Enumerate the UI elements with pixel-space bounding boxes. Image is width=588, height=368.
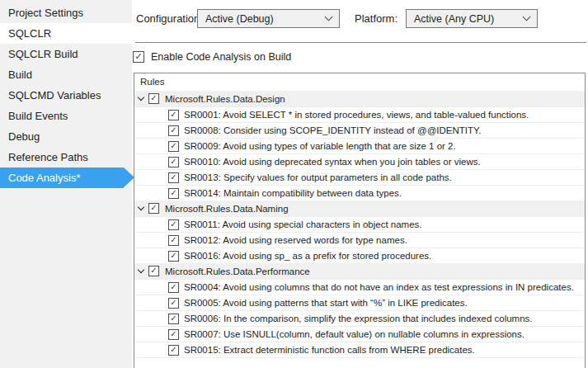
rules-panel: Rules ✓Microsoft.Rules.Data.Design✓SR000… <box>134 73 586 368</box>
rule-row[interactable]: ✓SR0014: Maintain compatibility between … <box>134 185 585 201</box>
main-content: Configuration: Active (Debug) Platform: … <box>132 0 588 368</box>
sidebar-item-label: SQLCMD Variables <box>8 89 101 101</box>
sidebar-item-project-settings[interactable]: Project Settings <box>0 2 132 23</box>
rule-row[interactable]: ✓SR0009: Avoid using types of variable l… <box>134 138 585 153</box>
checkbox-checked-icon[interactable]: ✓ <box>148 93 159 104</box>
checkbox-checked-icon[interactable]: ✓ <box>133 51 144 63</box>
rule-label: SR0012: Avoid using reserved words for t… <box>184 235 407 245</box>
rule-label: SR0013: Specify values for output parame… <box>184 172 452 182</box>
project-properties-page: Project SettingsSQLCLRSQLCLR BuildBuildS… <box>0 0 588 368</box>
checkbox-checked-icon[interactable]: ✓ <box>168 251 179 262</box>
rule-label: SR0010: Avoid using deprecated syntax wh… <box>184 157 481 167</box>
checkmark-glyph: ✓ <box>134 52 142 61</box>
checkmark-glyph: ✓ <box>170 236 176 244</box>
checkbox-checked-icon[interactable]: ✓ <box>148 266 159 276</box>
sidebar-item-code-analysis[interactable]: Code Analysis* <box>0 167 124 188</box>
checkbox-checked-icon[interactable]: ✓ <box>168 298 179 309</box>
sidebar-item-sqlclr[interactable]: SQLCLR <box>0 23 132 44</box>
platform-value: Active (Any CPU) <box>414 13 494 25</box>
sidebar-item-sqlclr-build[interactable]: SQLCLR Build <box>0 44 132 64</box>
checkmark-glyph: ✓ <box>170 189 176 197</box>
rule-row[interactable]: ✓SR0011: Avoid using special characters … <box>134 216 585 232</box>
rule-row[interactable]: ✓SR0001: Avoid SELECT * in stored proced… <box>134 106 585 122</box>
rule-row[interactable]: ✓SR0016: Avoid using sp_ as a prefix for… <box>134 248 585 263</box>
rule-group-row[interactable]: ✓Microsoft.Rules.Data.Performance <box>134 263 585 279</box>
checkmark-glyph: ✓ <box>170 252 176 260</box>
rule-row[interactable]: ✓SR0015: Extract deterministic function … <box>134 342 585 357</box>
rules-column-header: Rules <box>134 73 585 91</box>
checkmark-glyph: ✓ <box>170 283 176 291</box>
rule-label: SR0016: Avoid using sp_ as a prefix for … <box>184 251 431 261</box>
rule-label: SR0014: Maintain compatibility between d… <box>184 188 402 198</box>
sidebar-item-label: Debug <box>8 130 40 143</box>
sidebar-item-label: Code Analysis* <box>8 172 80 184</box>
chevron-expanded-icon[interactable] <box>138 267 144 273</box>
platform-dropdown[interactable]: Active (Any CPU) <box>406 9 538 28</box>
checkmark-glyph: ✓ <box>150 94 157 102</box>
rules-tree: ✓Microsoft.Rules.Data.Design✓SR0001: Avo… <box>134 91 585 358</box>
enable-code-analysis-label: Enable Code Analysis on Build <box>151 51 291 63</box>
chevron-down-icon <box>523 13 531 21</box>
configuration-label: Configuration: <box>136 9 203 29</box>
checkbox-checked-icon[interactable]: ✓ <box>148 203 159 214</box>
configuration-value: Active (Debug) <box>205 13 274 25</box>
rule-row[interactable]: ✓SR0012: Avoid using reserved words for … <box>134 232 585 248</box>
checkbox-checked-icon[interactable]: ✓ <box>168 141 179 152</box>
configuration-dropdown[interactable]: Active (Debug) <box>197 9 340 28</box>
rule-label: SR0009: Avoid using types of variable le… <box>184 141 456 151</box>
checkmark-glyph: ✓ <box>170 158 176 166</box>
checkbox-checked-icon[interactable]: ✓ <box>168 157 179 167</box>
rule-group-label: Microsoft.Rules.Data.Naming <box>165 204 289 214</box>
sidebar-item-reference-paths[interactable]: Reference Paths <box>0 147 132 167</box>
sidebar-item-build[interactable]: Build <box>0 64 132 85</box>
rule-group-row[interactable]: ✓Microsoft.Rules.Data.Design <box>134 91 585 106</box>
checkmark-glyph: ✓ <box>170 220 176 229</box>
sidebar-item-sqlcmd-variables[interactable]: SQLCMD Variables <box>0 85 132 106</box>
sidebar-item-build-events[interactable]: Build Events <box>0 106 132 126</box>
checkmark-glyph: ✓ <box>170 111 176 119</box>
checkbox-checked-icon[interactable]: ✓ <box>168 235 179 246</box>
sidebar-item-label: Project Settings <box>8 7 83 19</box>
checkmark-glyph: ✓ <box>150 204 157 212</box>
checkbox-checked-icon[interactable]: ✓ <box>168 110 179 120</box>
rule-group-label: Microsoft.Rules.Data.Design <box>165 94 285 104</box>
rule-row[interactable]: ✓SR0007: Use ISNULL(column, default valu… <box>134 326 585 342</box>
rule-row[interactable]: ✓SR0010: Avoid using deprecated syntax w… <box>134 153 585 169</box>
checkbox-checked-icon[interactable]: ✓ <box>168 282 179 293</box>
rule-row[interactable]: ✓SR0004: Avoid using columns that do not… <box>134 279 585 295</box>
rule-label: SR0007: Use ISNULL(column, default value… <box>184 329 524 339</box>
checkbox-checked-icon[interactable]: ✓ <box>168 345 179 356</box>
checkmark-glyph: ✓ <box>170 299 176 307</box>
platform-label: Platform: <box>355 9 397 29</box>
rule-row[interactable]: ✓SR0005: Avoid using patterns that start… <box>134 295 585 310</box>
sidebar-item-label: Build Events <box>8 110 68 122</box>
rule-group-row[interactable]: ✓Microsoft.Rules.Data.Naming <box>134 201 585 216</box>
chevron-expanded-icon[interactable] <box>138 94 144 101</box>
rule-label: SR0015: Extract deterministic function c… <box>184 345 475 355</box>
rule-row[interactable]: ✓SR0008: Consider using SCOPE_IDENTITY i… <box>134 122 585 138</box>
sidebar: Project SettingsSQLCLRSQLCLR BuildBuildS… <box>0 0 132 368</box>
checkmark-glyph: ✓ <box>170 314 176 323</box>
rule-label: SR0005: Avoid using patterns that start … <box>184 298 468 308</box>
checkbox-checked-icon[interactable]: ✓ <box>168 125 179 136</box>
rule-row[interactable]: ✓SR0013: Specify values for output param… <box>134 169 585 185</box>
sidebar-item-label: SQLCLR <box>8 27 51 40</box>
chevron-expanded-icon[interactable] <box>138 204 144 210</box>
enable-code-analysis-row[interactable]: ✓ Enable Code Analysis on Build <box>133 51 291 63</box>
sidebar-item-debug[interactable]: Debug <box>0 126 132 147</box>
checkmark-glyph: ✓ <box>150 267 157 275</box>
sidebar-item-label: Build <box>8 68 32 81</box>
checkbox-checked-icon[interactable]: ✓ <box>168 188 179 199</box>
rule-row[interactable]: ✓SR0006: In the comparison, simplify the… <box>134 310 585 326</box>
checkbox-checked-icon[interactable]: ✓ <box>168 172 179 183</box>
checkmark-glyph: ✓ <box>170 330 176 338</box>
chevron-down-icon <box>325 13 333 21</box>
rule-label: SR0001: Avoid SELECT * in stored procedu… <box>184 110 529 120</box>
checkbox-checked-icon[interactable]: ✓ <box>168 329 179 340</box>
sidebar-item-label: SQLCLR Build <box>8 48 78 60</box>
checkbox-checked-icon[interactable]: ✓ <box>168 219 179 230</box>
checkmark-glyph: ✓ <box>170 126 176 134</box>
checkbox-checked-icon[interactable]: ✓ <box>168 314 179 324</box>
separator-line <box>135 42 586 43</box>
rule-label: SR0006: In the comparison, simplify the … <box>184 314 533 323</box>
